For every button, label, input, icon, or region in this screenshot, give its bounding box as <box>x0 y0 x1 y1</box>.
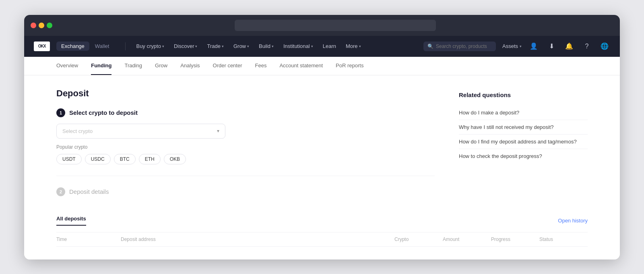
subnav-account-statement[interactable]: Account statement <box>279 57 323 75</box>
nav-menu: Buy crypto ▾ Discover ▾ Trade ▾ Grow ▾ B… <box>132 41 420 52</box>
nav-buy-crypto[interactable]: Buy crypto ▾ <box>132 41 168 52</box>
chip-okb[interactable]: OKB <box>164 154 186 164</box>
chip-usdc[interactable]: USDC <box>85 154 111 164</box>
open-history-link[interactable]: Open history <box>558 218 588 224</box>
maximize-button[interactable] <box>47 23 52 28</box>
help-icon[interactable]: ? <box>581 41 592 52</box>
subnav-grow[interactable]: Grow <box>155 57 167 75</box>
subnav-funding[interactable]: Funding <box>91 57 111 75</box>
step2-number: 2 <box>56 187 65 196</box>
search-box[interactable]: 🔍 <box>423 42 496 51</box>
main-content: Deposit 1 Select crypto to deposit Selec… <box>24 75 620 216</box>
tab-exchange[interactable]: Exchange <box>56 42 89 51</box>
chevron-down-icon: ▾ <box>247 44 249 48</box>
profile-icon[interactable]: 👤 <box>528 41 539 52</box>
subnav-trading[interactable]: Trading <box>124 57 142 75</box>
globe-icon[interactable]: 🌐 <box>599 41 610 52</box>
history-section: All deposits Open history Time Deposit a… <box>24 216 620 259</box>
url-bar[interactable] <box>235 20 436 31</box>
rq-title: Related questions <box>459 91 588 98</box>
chip-btc[interactable]: BTC <box>114 154 136 164</box>
nav-divider <box>125 42 126 50</box>
chevron-down-icon: ▾ <box>359 44 361 48</box>
rq-item-2[interactable]: Why have I still not received my deposit… <box>459 120 588 135</box>
col-status: Status <box>539 237 588 242</box>
nav-right: 🔍 Assets ▾ 👤 ⬇ 🔔 ? 🌐 <box>423 41 610 52</box>
nav-institutional[interactable]: Institutional ▾ <box>279 41 317 52</box>
rq-item-3[interactable]: How do I find my deposit address and tag… <box>459 135 588 149</box>
step2-header: 2 Deposit details <box>56 187 435 196</box>
rq-item-4[interactable]: How to check the deposit progress? <box>459 149 588 163</box>
crypto-select-dropdown[interactable]: Select crypto ▾ <box>56 124 225 139</box>
logo[interactable]: OKX <box>34 42 50 51</box>
chevron-down-icon: ▾ <box>311 44 313 48</box>
step1-title: Select crypto to deposit <box>69 109 138 116</box>
exchange-wallet-tabs: Exchange Wallet <box>56 42 114 51</box>
nav-trade[interactable]: Trade ▾ <box>203 41 227 52</box>
related-questions: Related questions How do I make a deposi… <box>459 88 588 203</box>
nav-more[interactable]: More ▾ <box>342 41 365 52</box>
subnav-por-reports[interactable]: PoR reports <box>336 57 363 75</box>
col-progress: Progress <box>491 237 539 242</box>
close-button[interactable] <box>31 23 36 28</box>
nav-build[interactable]: Build ▾ <box>255 41 278 52</box>
step1-number: 1 <box>56 108 65 117</box>
history-header: All deposits Open history <box>56 216 588 226</box>
chip-usdt[interactable]: USDT <box>56 154 82 164</box>
crypto-chips: USDT USDC BTC ETH OKB <box>56 154 435 164</box>
popular-crypto-label: Popular crypto <box>56 144 435 150</box>
chevron-down-icon: ▾ <box>195 44 197 48</box>
subnav-order-center[interactable]: Order center <box>213 57 242 75</box>
table-header: Time Deposit address Crypto Amount Progr… <box>56 232 588 247</box>
nav-grow[interactable]: Grow ▾ <box>229 41 253 52</box>
deposit-title: Deposit <box>56 88 435 99</box>
search-input[interactable] <box>436 44 492 49</box>
step1-header: 1 Select crypto to deposit <box>56 108 435 117</box>
minimize-button[interactable] <box>39 23 44 28</box>
nav-discover[interactable]: Discover ▾ <box>170 41 202 52</box>
subnav-analysis[interactable]: Analysis <box>180 57 200 75</box>
subnav-fees[interactable]: Fees <box>255 57 267 75</box>
col-time: Time <box>56 237 121 242</box>
select-placeholder: Select crypto <box>62 128 93 134</box>
nav-learn[interactable]: Learn <box>319 41 340 52</box>
download-icon[interactable]: ⬇ <box>546 41 557 52</box>
tab-wallet[interactable]: Wallet <box>90 42 114 51</box>
nav-bar: OKX Exchange Wallet Buy crypto ▾ Discove… <box>24 36 620 57</box>
subnav-overview[interactable]: Overview <box>56 57 78 75</box>
step2-title: Deposit details <box>69 188 109 195</box>
deposit-section: Deposit 1 Select crypto to deposit Selec… <box>56 88 435 203</box>
sub-nav: Overview Funding Trading Grow Analysis O… <box>24 57 620 75</box>
chevron-down-icon: ▾ <box>222 44 224 48</box>
dropdown-chevron-icon: ▾ <box>217 128 219 134</box>
chevron-down-icon: ▾ <box>272 44 274 48</box>
traffic-lights <box>31 23 52 28</box>
rq-item-1[interactable]: How do I make a deposit? <box>459 106 588 120</box>
col-amount: Amount <box>443 237 491 242</box>
step2-section: 2 Deposit details <box>56 176 435 196</box>
chevron-down-icon: ▾ <box>520 44 522 48</box>
search-icon: 🔍 <box>427 44 433 49</box>
col-crypto: Crypto <box>394 237 443 242</box>
col-deposit-address: Deposit address <box>121 237 394 242</box>
chip-eth[interactable]: ETH <box>139 154 161 164</box>
bell-icon[interactable]: 🔔 <box>564 41 575 52</box>
assets-button[interactable]: Assets ▾ <box>502 43 522 49</box>
chevron-down-icon: ▾ <box>162 44 164 48</box>
all-deposits-tab[interactable]: All deposits <box>56 216 86 226</box>
